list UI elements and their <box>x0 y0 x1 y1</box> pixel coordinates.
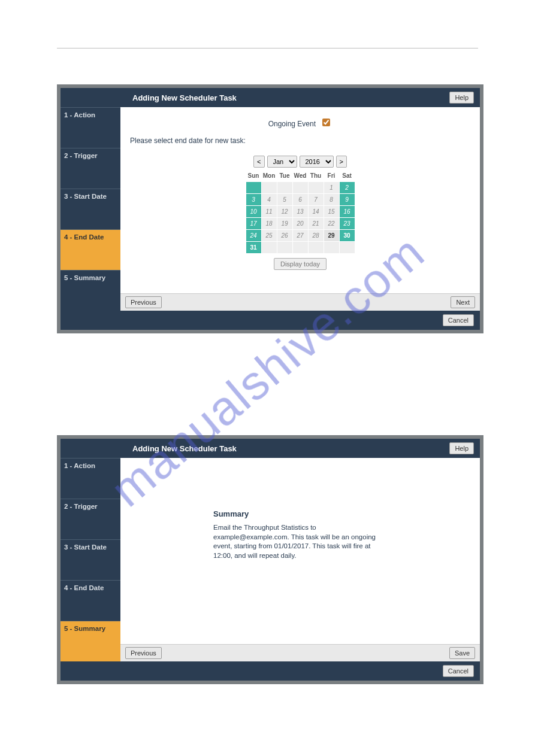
cal-next-button[interactable]: > <box>336 156 347 168</box>
cal-weekday-header: Sat <box>340 170 355 181</box>
select-end-date-instruction: Please select end date for new task: <box>130 136 470 145</box>
cal-day[interactable]: 23 <box>340 218 355 229</box>
cal-day <box>262 242 277 253</box>
modal-header: Adding New Scheduler Task Help <box>61 88 480 107</box>
cal-day <box>340 242 355 253</box>
cal-day[interactable]: 7 <box>309 194 324 205</box>
wizard-step[interactable]: 1 - Action <box>61 107 120 148</box>
cal-day[interactable]: 19 <box>277 218 292 229</box>
wizard-footer: Previous Save <box>120 644 480 661</box>
summary-text: Email the Throughput Statistics to examp… <box>213 523 387 560</box>
cal-day[interactable]: 31 <box>246 242 261 253</box>
cal-month-select[interactable]: Jan <box>267 156 297 168</box>
previous-button[interactable]: Previous <box>125 647 162 659</box>
previous-button[interactable]: Previous <box>125 296 162 308</box>
modal-header: Adding New Scheduler Task Help <box>61 439 480 458</box>
cal-day <box>324 242 339 253</box>
cal-day[interactable]: 8 <box>324 194 339 205</box>
wizard-step[interactable]: 3 - Start Date <box>61 189 120 229</box>
next-button[interactable]: Next <box>451 296 475 308</box>
cal-day[interactable]: 20 <box>293 218 308 229</box>
cancel-button[interactable]: Cancel <box>443 665 474 677</box>
ongoing-event-label: Ongoing Event <box>268 120 316 128</box>
cal-day <box>246 182 261 193</box>
cal-weekday-header: Thu <box>309 170 324 181</box>
wizard-step[interactable]: 3 - Start Date <box>61 539 120 580</box>
cal-day[interactable]: 22 <box>324 218 339 229</box>
wizard-step[interactable]: 1 - Action <box>61 458 120 499</box>
cal-day[interactable]: 1 <box>324 182 339 193</box>
cal-day <box>262 182 277 193</box>
scheduler-wizard-enddate: Adding New Scheduler Task Help 1 - Actio… <box>57 84 483 333</box>
cal-day <box>293 182 308 193</box>
cal-day <box>293 242 308 253</box>
cal-day[interactable]: 17 <box>246 218 261 229</box>
cal-day <box>309 242 324 253</box>
cal-day[interactable]: 14 <box>309 206 324 217</box>
scheduler-wizard-summary: Adding New Scheduler Task Help 1 - Actio… <box>57 435 483 684</box>
cal-weekday-header: Tue <box>277 170 292 181</box>
cal-weekday-header: Wed <box>293 170 308 181</box>
cal-day[interactable]: 3 <box>246 194 261 205</box>
cal-day[interactable]: 21 <box>309 218 324 229</box>
cal-day[interactable]: 30 <box>340 230 355 241</box>
cal-weekday-header: Sun <box>246 170 261 181</box>
wizard-step[interactable]: 4 - End Date <box>61 229 120 270</box>
display-today-button[interactable]: Display today <box>274 258 327 270</box>
cal-day[interactable]: 12 <box>277 206 292 217</box>
cal-day[interactable]: 10 <box>246 206 261 217</box>
summary-heading: Summary <box>213 509 387 518</box>
wizard-step[interactable]: 5 - Summary <box>61 621 120 661</box>
cal-day[interactable]: 9 <box>340 194 355 205</box>
cal-prev-button[interactable]: < <box>253 156 264 168</box>
calendar: < Jan 2016 > SunMonTueWedThuFriSat123456… <box>130 156 470 270</box>
modal-title: Adding New Scheduler Task <box>132 444 237 453</box>
cal-day <box>309 182 324 193</box>
cal-year-select[interactable]: 2016 <box>300 156 334 168</box>
ongoing-event-checkbox[interactable] <box>322 119 330 126</box>
wizard-sidebar: 1 - Action2 - Trigger3 - Start Date4 - E… <box>61 458 120 661</box>
modal-title: Adding New Scheduler Task <box>132 93 237 102</box>
wizard-footer: Previous Next <box>120 293 480 311</box>
wizard-step[interactable]: 4 - End Date <box>61 580 120 621</box>
wizard-sidebar: 1 - Action2 - Trigger3 - Start Date4 - E… <box>61 107 120 311</box>
wizard-step[interactable]: 5 - Summary <box>61 270 120 311</box>
cal-day[interactable]: 13 <box>293 206 308 217</box>
cal-day[interactable]: 27 <box>293 230 308 241</box>
cal-day[interactable]: 24 <box>246 230 261 241</box>
cal-day[interactable]: 25 <box>262 230 277 241</box>
cal-day[interactable]: 28 <box>309 230 324 241</box>
cancel-button[interactable]: Cancel <box>443 314 474 326</box>
cal-day[interactable]: 11 <box>262 206 277 217</box>
cal-day[interactable]: 29 <box>324 230 339 241</box>
wizard-step[interactable]: 2 - Trigger <box>61 148 120 189</box>
help-button[interactable]: Help <box>449 92 474 104</box>
cal-day[interactable]: 15 <box>324 206 339 217</box>
wizard-step[interactable]: 2 - Trigger <box>61 499 120 539</box>
save-button[interactable]: Save <box>449 647 475 659</box>
cal-day[interactable]: 18 <box>262 218 277 229</box>
cal-day[interactable]: 26 <box>277 230 292 241</box>
cal-day[interactable]: 5 <box>277 194 292 205</box>
cal-day <box>277 242 292 253</box>
cal-weekday-header: Fri <box>324 170 339 181</box>
cal-day[interactable]: 2 <box>340 182 355 193</box>
cal-weekday-header: Mon <box>262 170 277 181</box>
cal-day[interactable]: 4 <box>262 194 277 205</box>
help-button[interactable]: Help <box>449 442 474 454</box>
cal-day[interactable]: 6 <box>293 194 308 205</box>
cal-day[interactable]: 16 <box>340 206 355 217</box>
cal-day <box>277 182 292 193</box>
